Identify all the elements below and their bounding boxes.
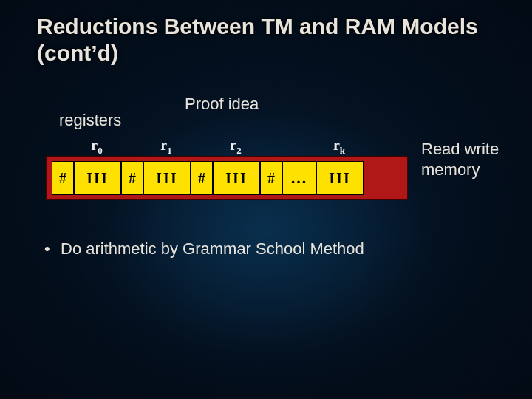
bullet-item: • Do arithmetic by Grammar School Method <box>61 238 445 260</box>
bullet-text: Do arithmetic by Grammar School Method <box>61 239 364 258</box>
register-name-row: r0 r1 r2 rk <box>51 137 363 154</box>
tape-cell-bars: III <box>316 161 364 195</box>
tape-cells: # III # III # III # … III <box>52 161 402 195</box>
register-name-gap <box>282 137 316 154</box>
slide-title: Reductions Between TM and RAM Models (co… <box>37 13 495 66</box>
memory-label: Read write memory <box>421 139 517 180</box>
register-name-r2: r2 <box>212 137 259 154</box>
proof-idea-label: Proof idea <box>185 95 259 114</box>
tape-cell-hash: # <box>191 161 213 195</box>
register-name-r0: r0 <box>73 137 120 154</box>
tape-outer: # III # III # III # … III <box>46 156 408 200</box>
tape-cell-hash: # <box>260 161 282 195</box>
tape-cell-hash: # <box>121 161 143 195</box>
registers-label: registers <box>59 111 121 130</box>
register-name-rk: rk <box>316 137 363 154</box>
tape-cell-bars: III <box>74 161 121 195</box>
tape-cell-ellipsis: … <box>282 161 316 195</box>
tape-cell-bars: III <box>213 161 260 195</box>
register-name-r1: r1 <box>143 137 190 154</box>
tape-cell-bars: III <box>143 161 191 195</box>
bullet-dot-icon: • <box>44 238 50 260</box>
tape-cell-hash: # <box>52 161 74 195</box>
tape-diagram: r0 r1 r2 rk # III # III # III <box>46 137 408 205</box>
slide: Reductions Between TM and RAM Models (co… <box>0 0 532 399</box>
